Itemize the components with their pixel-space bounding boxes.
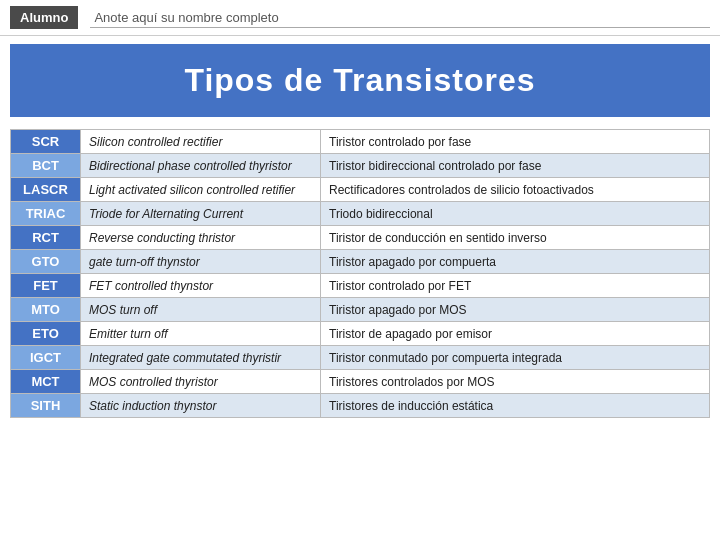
acronym-cell: RCT bbox=[11, 226, 81, 250]
acronym-cell: MCT bbox=[11, 370, 81, 394]
table-row: SITHStatic induction thynstorTiristores … bbox=[11, 394, 710, 418]
acronym-cell: TRIAC bbox=[11, 202, 81, 226]
table-row: MTOMOS turn offTiristor apagado por MOS bbox=[11, 298, 710, 322]
alumno-label: Alumno bbox=[10, 6, 78, 29]
table-row: IGCTIntegrated gate commutated thyristir… bbox=[11, 346, 710, 370]
title-bar: Tipos de Transistores bbox=[10, 44, 710, 117]
english-cell: Static induction thynstor bbox=[81, 394, 321, 418]
spanish-cell: Tiristor bidireccional controlado por fa… bbox=[321, 154, 710, 178]
english-cell: MOS controlled thyristor bbox=[81, 370, 321, 394]
spanish-cell: Tiristores de inducción estática bbox=[321, 394, 710, 418]
table-row: ETOEmitter turn offTiristor de apagado p… bbox=[11, 322, 710, 346]
spanish-cell: Tiristor controlado por fase bbox=[321, 130, 710, 154]
table-row: GTOgate turn-off thynstorTiristor apagad… bbox=[11, 250, 710, 274]
spanish-cell: Rectificadores controlados de silicio fo… bbox=[321, 178, 710, 202]
table-row: BCTBidirectional phase controlled thyris… bbox=[11, 154, 710, 178]
english-cell: Triode for Alternating Current bbox=[81, 202, 321, 226]
acronym-cell: SCR bbox=[11, 130, 81, 154]
acronym-cell: BCT bbox=[11, 154, 81, 178]
acronym-cell: LASCR bbox=[11, 178, 81, 202]
english-cell: Reverse conducting thristor bbox=[81, 226, 321, 250]
table-wrapper: SCRSilicon controlled rectifierTiristor … bbox=[0, 125, 720, 418]
table-row: MCTMOS controlled thyristorTiristores co… bbox=[11, 370, 710, 394]
english-cell: gate turn-off thynstor bbox=[81, 250, 321, 274]
table-row: RCTReverse conducting thristorTiristor d… bbox=[11, 226, 710, 250]
spanish-cell: Tiristor apagado por compuerta bbox=[321, 250, 710, 274]
acronym-cell: SITH bbox=[11, 394, 81, 418]
english-cell: Bidirectional phase controlled thyristor bbox=[81, 154, 321, 178]
transistors-table: SCRSilicon controlled rectifierTiristor … bbox=[10, 129, 710, 418]
student-name-field[interactable]: Anote aquí su nombre completo bbox=[90, 8, 710, 28]
table-row: LASCRLight activated silicon controlled … bbox=[11, 178, 710, 202]
english-cell: Silicon controlled rectifier bbox=[81, 130, 321, 154]
spanish-cell: Tiristor de apagado por emisor bbox=[321, 322, 710, 346]
spanish-cell: Tiristor de conducción en sentido invers… bbox=[321, 226, 710, 250]
spanish-cell: Tiristor conmutado por compuerta integra… bbox=[321, 346, 710, 370]
acronym-cell: GTO bbox=[11, 250, 81, 274]
acronym-cell: IGCT bbox=[11, 346, 81, 370]
english-cell: MOS turn off bbox=[81, 298, 321, 322]
spanish-cell: Tiristor apagado por MOS bbox=[321, 298, 710, 322]
page-title: Tipos de Transistores bbox=[10, 62, 710, 99]
table-row: FETFET controlled thynstorTiristor contr… bbox=[11, 274, 710, 298]
english-cell: Integrated gate commutated thyristir bbox=[81, 346, 321, 370]
spanish-cell: Tiristores controlados por MOS bbox=[321, 370, 710, 394]
table-row: SCRSilicon controlled rectifierTiristor … bbox=[11, 130, 710, 154]
english-cell: Light activated silicon controlled retif… bbox=[81, 178, 321, 202]
spanish-cell: Tiristor controlado por FET bbox=[321, 274, 710, 298]
acronym-cell: MTO bbox=[11, 298, 81, 322]
english-cell: FET controlled thynstor bbox=[81, 274, 321, 298]
acronym-cell: FET bbox=[11, 274, 81, 298]
english-cell: Emitter turn off bbox=[81, 322, 321, 346]
acronym-cell: ETO bbox=[11, 322, 81, 346]
table-row: TRIACTriode for Alternating CurrentTriod… bbox=[11, 202, 710, 226]
spanish-cell: Triodo bidireccional bbox=[321, 202, 710, 226]
top-bar: Alumno Anote aquí su nombre completo bbox=[0, 0, 720, 36]
